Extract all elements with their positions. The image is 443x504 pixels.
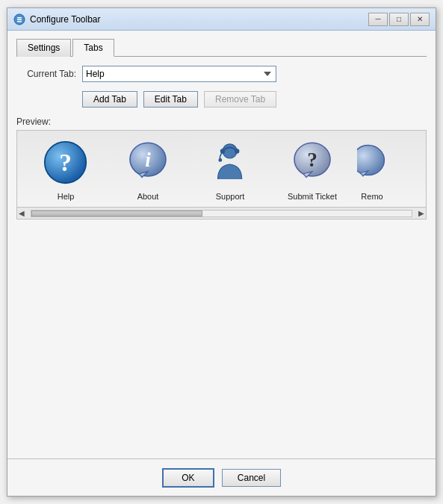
submit-ticket-icon-wrap: ? [286,137,338,189]
ok-button[interactable]: OK [162,468,214,488]
svg-point-11 [235,149,239,153]
action-buttons-row: Add Tab Edit Tab Remove Tab [16,91,427,108]
scroll-right-arrow[interactable]: ▶ [418,209,424,217]
configure-toolbar-window: Configure Toolbar ─ □ ✕ Settings Tabs Cu… [7,7,436,497]
current-tab-row: Current Tab: Help Support About [16,66,427,82]
scroll-left-arrow[interactable]: ◀ [19,209,25,217]
support-icon [208,140,253,185]
submit-ticket-label: Submit Ticket [288,192,337,201]
preview-item-support: Support [189,137,271,201]
svg-point-16 [357,145,384,175]
form-section: Current Tab: Help Support About Add Tab … [16,66,427,451]
svg-rect-1 [17,17,22,19]
scrollbar-track-inner [31,210,412,217]
tabs-row: Settings Tabs [16,38,427,57]
preview-icons-container: ? Help [17,131,426,207]
preview-item-remo: Remo [353,137,391,201]
window-icon [13,13,25,25]
preview-box: ? Help [16,130,427,220]
cancel-button[interactable]: Cancel [222,469,281,487]
svg-text:?: ? [307,149,317,171]
window-controls: ─ □ ✕ [368,13,430,26]
preview-item-about: i About [107,137,189,201]
about-label: About [137,192,159,201]
content-area: Settings Tabs Current Tab: Help Support … [7,31,436,458]
submit-ticket-icon: ? [290,140,335,185]
help-label: Help [58,192,75,201]
title-bar: Configure Toolbar ─ □ ✕ [7,8,436,31]
remo-icon-wrap [357,137,387,189]
svg-text:i: i [145,149,151,171]
svg-rect-3 [17,21,22,22]
support-label: Support [216,192,245,201]
maximize-button[interactable]: □ [389,13,409,26]
minimize-button[interactable]: ─ [368,13,388,26]
footer: OK Cancel [7,458,436,496]
preview-scrollbar[interactable]: ◀ ▶ [17,207,426,219]
scrollbar-thumb[interactable] [31,211,202,217]
window-title: Configure Toolbar [30,14,368,25]
edit-tab-button[interactable]: Edit Tab [143,91,198,108]
add-tab-button[interactable]: Add Tab [82,91,137,108]
tab-settings[interactable]: Settings [16,39,71,57]
current-tab-select[interactable]: Help Support About [82,66,276,82]
support-icon-wrap [204,137,256,189]
svg-point-12 [218,158,222,162]
preview-item-submit-ticket: ? Submit Ticket [271,137,353,201]
remove-tab-button[interactable]: Remove Tab [204,91,276,108]
remo-label: Remo [361,192,382,201]
remo-icon [357,137,387,189]
svg-text:?: ? [59,149,72,176]
help-icon-wrap: ? [40,137,92,189]
preview-section: Preview: [16,116,427,451]
tab-tabs[interactable]: Tabs [72,39,114,57]
about-icon: i [126,140,170,185]
about-icon-wrap: i [122,137,174,189]
help-icon: ? [43,140,88,185]
current-tab-label: Current Tab: [16,69,76,79]
svg-rect-2 [17,19,22,20]
close-button[interactable]: ✕ [410,13,430,26]
preview-item-help: ? Help [25,137,107,201]
preview-label: Preview: [16,116,427,127]
